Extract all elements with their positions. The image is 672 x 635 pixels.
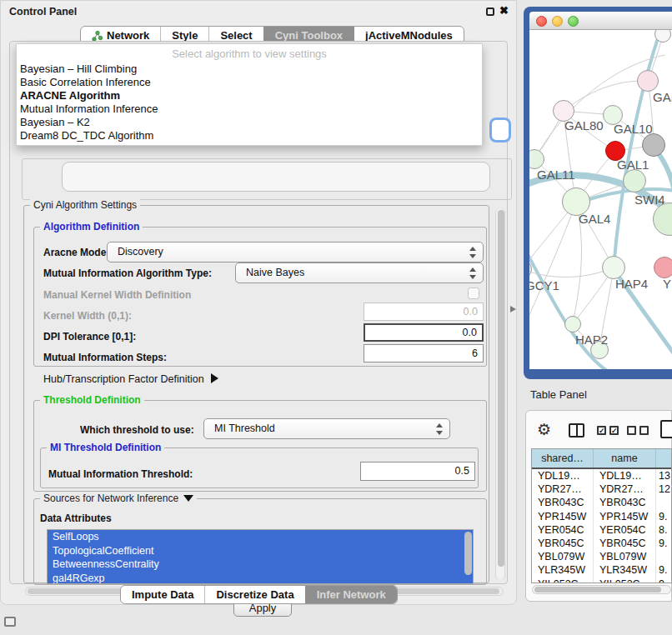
- node-label-gal80: GAL80: [564, 118, 604, 132]
- hub-definition-label: Hub/Transcription Factor Definition: [43, 373, 204, 385]
- algorithm-popup-placeholder: Select algorithm to view settings: [17, 44, 482, 62]
- table-cell: YBR043C: [532, 496, 593, 509]
- scrollbar-thumb[interactable]: [498, 210, 504, 567]
- manual-kernel-label: Manual Kernel Width Definition: [43, 289, 191, 301]
- mi-threshold-label: Mutual Information Threshold:: [48, 468, 193, 480]
- table-cell: 9.: [655, 510, 671, 523]
- node-label-y: Y: [663, 277, 671, 291]
- spinner-arrows-icon: [435, 422, 443, 436]
- unchecked-checkbox-icon: [639, 426, 649, 435]
- network-node[interactable]: [564, 316, 581, 332]
- tab-label: Style: [172, 29, 198, 42]
- tab-label: Impute Data: [132, 588, 193, 601]
- aracne-mode-select[interactable]: Discovery: [107, 242, 484, 262]
- node-label-swi4: SWI4: [634, 192, 665, 207]
- gear-icon[interactable]: ⚙: [537, 422, 551, 438]
- table-cell: YBR045C: [593, 537, 655, 550]
- network-window-titlebar[interactable]: [529, 12, 672, 30]
- algorithm-option[interactable]: ARACNE Algorithm: [17, 89, 482, 102]
- table-row[interactable]: YBL079WYBL079W: [532, 550, 671, 563]
- column-header[interactable]: [655, 449, 671, 468]
- algorithm-option[interactable]: Mutual Information Inference: [17, 102, 482, 116]
- deselect-all-checkboxes-icon[interactable]: [627, 426, 649, 435]
- scrollbar-thumb[interactable]: [534, 587, 661, 592]
- manual-kernel-checkbox[interactable]: [468, 288, 479, 299]
- select-all-checkboxes-icon[interactable]: ✓ ✓: [597, 426, 619, 435]
- columns-icon[interactable]: [569, 423, 584, 438]
- attribute-list-item[interactable]: TopologicalCoefficient: [48, 544, 473, 558]
- ghost-table-combo: [62, 162, 490, 192]
- tab-impute-data[interactable]: Impute Data: [121, 586, 204, 603]
- which-threshold-select[interactable]: MI Threshold: [203, 418, 450, 439]
- mi-steps-label: Mutual Information Steps:: [43, 352, 167, 363]
- table-cell: [655, 496, 671, 509]
- tab-label: Cyni Toolbox: [275, 29, 343, 42]
- table-row[interactable]: YDR27…YDR27…12: [532, 482, 671, 496]
- minimize-traffic-light-icon[interactable]: [552, 16, 563, 27]
- network-node[interactable]: [602, 256, 625, 279]
- unchecked-checkbox-icon: [627, 426, 636, 435]
- hub-definition-toggle[interactable]: Hub/Transcription Factor Definition: [43, 373, 218, 385]
- table-cell: [655, 550, 671, 563]
- table-horizontal-scrollbar[interactable]: [532, 585, 671, 594]
- mi-threshold-group-title: MI Threshold Definition: [47, 442, 164, 453]
- table-cell: 13: [655, 469, 671, 482]
- close-icon[interactable]: ✖: [499, 4, 509, 17]
- table-row[interactable]: YIL052CYIL052C9.: [532, 578, 671, 584]
- mi-type-select[interactable]: Naive Bayes: [235, 262, 484, 283]
- algorithm-option[interactable]: Bayesian – K2: [17, 116, 482, 129]
- network-node[interactable]: [642, 133, 665, 157]
- zoom-traffic-light-icon[interactable]: [568, 16, 579, 27]
- attribute-list-item[interactable]: SelfLoops: [48, 530, 473, 544]
- column-header[interactable]: shared…: [532, 449, 593, 468]
- table-cell: 8.: [655, 523, 671, 537]
- network-node[interactable]: [637, 70, 659, 92]
- algorithm-option[interactable]: Basic Correlation Inference: [17, 76, 482, 89]
- algorithm-option[interactable]: Dream8 DC_TDC Algorithm: [17, 129, 482, 142]
- table-cell: YBR043C: [593, 496, 655, 509]
- checked-checkbox-icon: ✓: [609, 426, 619, 435]
- list-scrollbar[interactable]: [464, 532, 472, 575]
- tab-discretize-data[interactable]: Discretize Data: [204, 586, 304, 603]
- table-cell: 9.: [655, 563, 671, 577]
- table-row[interactable]: YBR045CYBR045C9.: [532, 537, 671, 550]
- tab-infer-network[interactable]: Infer Network: [305, 586, 397, 603]
- dpi-tolerance-field[interactable]: 0.0: [364, 323, 484, 342]
- algorithm-definition-title: Algorithm Definition: [40, 221, 143, 232]
- algorithm-option[interactable]: Bayesian – Hill Climbing: [17, 62, 482, 76]
- network-canvas[interactable]: GALGAL80GAL10GAL1GAL11SWI4GAL4GCY1HAP4YH…: [529, 30, 672, 369]
- table-cell: YDL19…: [593, 469, 655, 482]
- table-row[interactable]: YER054CYER054C8.: [532, 523, 671, 537]
- mi-threshold-field[interactable]: 0.5: [360, 462, 475, 481]
- attribute-list-item[interactable]: BetweennessCentrality: [48, 558, 473, 572]
- close-traffic-light-icon[interactable]: [536, 16, 547, 27]
- mi-steps-field[interactable]: 6: [364, 344, 484, 362]
- float-window-icon[interactable]: [486, 8, 494, 16]
- splitter-arrow-icon: [510, 306, 516, 312]
- kernel-width-label: Kernel Width (0,1):: [43, 310, 132, 322]
- table-row[interactable]: YLR345WYLR345W9.: [532, 563, 671, 577]
- data-attributes-list[interactable]: SelfLoopsTopologicalCoefficientBetweenne…: [47, 529, 474, 584]
- control-panel-window: Control Panel ✖ NetworkStyleSelectCyni T…: [0, 0, 517, 605]
- table-cell: YPR145W: [532, 510, 593, 523]
- file-icon[interactable]: [660, 420, 672, 438]
- sources-group-label: Sources for Network Inference: [43, 492, 178, 504]
- column-header[interactable]: name: [593, 449, 655, 468]
- settings-vertical-scrollbar[interactable]: [495, 208, 505, 580]
- table-cell: YBR045C: [532, 537, 593, 550]
- network-node[interactable]: [623, 169, 646, 192]
- node-label-gal10: GAL10: [614, 122, 653, 136]
- kernel-width-field: 0.0: [364, 302, 484, 321]
- table-row[interactable]: YPR145WYPR145W9.: [532, 510, 671, 523]
- panel-dock-icon[interactable]: [4, 617, 16, 627]
- algorithm-popup: Select algorithm to view settings Bayesi…: [16, 43, 483, 146]
- table-row[interactable]: YDL19…YDL19…13: [532, 469, 671, 482]
- spinner-arrows-icon: [469, 267, 476, 280]
- table-cell: YER054C: [593, 523, 655, 537]
- table-row[interactable]: YBR043CYBR043C: [532, 496, 671, 509]
- control-panel-title: Control Panel: [9, 6, 77, 18]
- sources-group-title[interactable]: Sources for Network Inference: [40, 492, 197, 504]
- attribute-list-item[interactable]: gal4RGexp: [48, 572, 473, 585]
- network-node[interactable]: [654, 257, 672, 278]
- table-cell: YDR27…: [593, 482, 655, 496]
